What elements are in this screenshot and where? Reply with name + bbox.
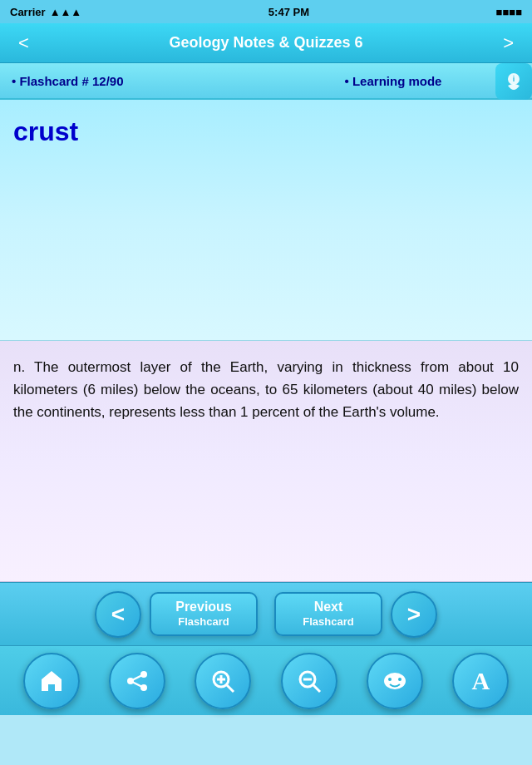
- status-time: 5:47 PM: [268, 6, 309, 18]
- svg-line-5: [131, 674, 144, 681]
- nav-bar: < Geology Notes & Quizzes 6 >: [0, 23, 532, 63]
- flashcard-word: crust: [13, 116, 78, 147]
- next-button[interactable]: Next Flashcard >: [274, 591, 437, 638]
- zoom-in-button[interactable]: [195, 653, 251, 709]
- bottom-toolbar: A: [0, 645, 532, 715]
- carrier-label: Carrier: [10, 6, 46, 18]
- mask-button[interactable]: [367, 653, 423, 709]
- font-icon: A: [471, 667, 490, 695]
- previous-label[interactable]: Previous Flashcard: [150, 592, 258, 637]
- page-title: Geology Notes & Quizzes 6: [36, 34, 496, 52]
- svg-point-16: [398, 678, 401, 681]
- status-carrier: Carrier ▲▲▲: [10, 6, 81, 18]
- battery-icon: ■■■■: [496, 6, 522, 18]
- learning-mode-label: • Learning mode: [266, 74, 520, 88]
- next-line1: Next: [291, 599, 366, 616]
- svg-line-8: [227, 685, 234, 692]
- flashcard-navigation: < Previous Flashcard Next Flashcard >: [0, 582, 532, 645]
- info-bar: • Flashcard # 12/90 • Learning mode i: [0, 63, 532, 100]
- next-label[interactable]: Next Flashcard: [274, 592, 382, 637]
- home-button[interactable]: [23, 653, 80, 709]
- status-bar: Carrier ▲▲▲ 5:47 PM ■■■■: [0, 0, 532, 23]
- next-line2: Flashcard: [291, 615, 366, 629]
- back-button[interactable]: <: [12, 29, 36, 57]
- flashcard-counter: • Flashcard # 12/90: [12, 74, 266, 88]
- svg-text:i: i: [513, 75, 515, 83]
- previous-arrow-circle[interactable]: <: [95, 591, 141, 638]
- font-button[interactable]: A: [452, 653, 509, 709]
- right-arrow-icon: >: [407, 601, 421, 628]
- svg-line-6: [131, 681, 144, 688]
- learning-icon[interactable]: i: [495, 63, 532, 100]
- previous-line2: Flashcard: [166, 615, 241, 629]
- svg-point-15: [388, 678, 392, 681]
- wifi-icon: ▲▲▲: [50, 6, 82, 18]
- share-button[interactable]: [109, 653, 165, 709]
- previous-line1: Previous: [166, 599, 241, 616]
- card-definition-section: n. The outermost layer of the Earth, var…: [0, 341, 532, 582]
- flashcard-definition: n. The outermost layer of the Earth, var…: [13, 356, 519, 424]
- previous-button[interactable]: < Previous Flashcard: [95, 591, 258, 638]
- next-arrow-circle[interactable]: >: [391, 591, 437, 638]
- card-word-section: crust: [0, 100, 532, 341]
- forward-button[interactable]: >: [496, 29, 520, 57]
- zoom-out-button[interactable]: [281, 653, 337, 709]
- svg-line-12: [313, 685, 320, 692]
- left-arrow-icon: <: [111, 601, 125, 628]
